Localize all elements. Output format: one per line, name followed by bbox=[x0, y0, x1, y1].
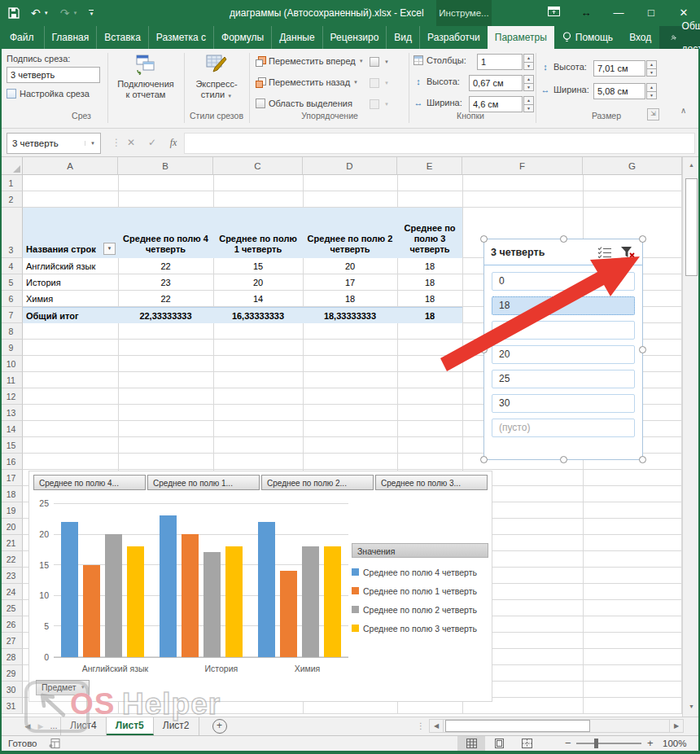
bar[interactable] bbox=[160, 515, 177, 657]
resize-handle[interactable] bbox=[480, 456, 488, 463]
row-header[interactable]: 26 bbox=[0, 616, 23, 633]
zoom-slider-thumb[interactable] bbox=[594, 739, 598, 748]
maximize-button[interactable]: □ bbox=[635, 0, 667, 26]
collapse-ribbon-icon[interactable]: ∧ bbox=[680, 106, 686, 115]
vertical-scrollbar[interactable]: ▲ ▼ bbox=[682, 157, 700, 717]
row-header[interactable]: 25 bbox=[0, 600, 23, 616]
slicer-item[interactable]: 20 bbox=[492, 345, 635, 364]
scrollbar-splitter[interactable]: ⋮ bbox=[417, 719, 425, 733]
resize-handle[interactable] bbox=[560, 456, 567, 463]
bring-forward-button[interactable]: Переместить вперед ▼ bbox=[256, 56, 364, 66]
zoom-slider-track[interactable] bbox=[576, 743, 641, 744]
vertical-scroll-thumb[interactable] bbox=[685, 178, 698, 276]
bar[interactable] bbox=[258, 522, 275, 657]
scroll-up-icon[interactable]: ▲ bbox=[685, 157, 698, 173]
bar[interactable] bbox=[302, 546, 319, 657]
slicer-item[interactable]: 25 bbox=[492, 370, 635, 388]
tab-page-layout[interactable]: Разметка с bbox=[148, 26, 213, 49]
insert-function-icon[interactable]: fx bbox=[164, 133, 182, 152]
sheet-tab-лист5[interactable]: Лист5 bbox=[107, 717, 154, 735]
pivot-header-cell[interactable]: Среднее по полю 4 четверть bbox=[118, 208, 213, 258]
tab-insert[interactable]: Вставка bbox=[96, 26, 148, 49]
column-header[interactable]: A bbox=[23, 157, 118, 175]
pivot-header-cell[interactable]: Среднее по полю 2 четверть bbox=[303, 208, 397, 258]
chart-field-button[interactable]: Среднее по полю 2... bbox=[261, 475, 374, 490]
column-header[interactable]: F bbox=[462, 157, 583, 175]
horizontal-scroll-track[interactable] bbox=[444, 719, 669, 733]
bar[interactable] bbox=[324, 546, 341, 657]
button-height-input[interactable] bbox=[469, 75, 523, 91]
button-width-input[interactable] bbox=[469, 96, 523, 112]
button-height-spinner[interactable]: ▲▼ bbox=[523, 75, 534, 91]
sheet-nav-left-icon[interactable]: ◀ bbox=[21, 717, 34, 735]
axis-field-button[interactable]: Предмет ▼ bbox=[36, 680, 90, 695]
scroll-right-icon[interactable]: ▶ bbox=[669, 719, 684, 733]
row-header[interactable]: 29 bbox=[0, 665, 23, 682]
legend-title[interactable]: Значения bbox=[352, 543, 488, 558]
slicer-item[interactable]: 19 bbox=[492, 321, 635, 340]
row-header[interactable]: 31 bbox=[0, 698, 23, 714]
slicer-item[interactable]: 30 bbox=[492, 394, 635, 413]
row-header[interactable]: 8 bbox=[0, 323, 23, 340]
row-header[interactable]: 13 bbox=[0, 405, 23, 421]
columns-input[interactable] bbox=[477, 54, 523, 70]
row-header[interactable]: 16 bbox=[0, 454, 23, 470]
resize-handle[interactable] bbox=[639, 346, 646, 353]
slicer-item[interactable]: 18 bbox=[492, 296, 635, 315]
save-icon[interactable] bbox=[8, 7, 20, 19]
undo-icon[interactable]: ↶ bbox=[31, 0, 41, 26]
zoom-level[interactable]: 100% bbox=[663, 736, 686, 751]
tab-data[interactable]: Данные bbox=[271, 26, 322, 49]
zoom-in-icon[interactable]: + bbox=[647, 736, 654, 750]
columns-spinner[interactable]: ▲▼ bbox=[523, 54, 534, 70]
tab-review[interactable]: Рецензиро bbox=[322, 26, 387, 49]
customize-qat-icon[interactable]: ▼ bbox=[89, 10, 94, 16]
legend-entry[interactable]: Среднее по полю 1 четверть bbox=[352, 585, 488, 597]
row-header[interactable]: 3 bbox=[0, 208, 23, 258]
size-height-input[interactable] bbox=[593, 60, 645, 77]
tab-help[interactable]: Помощь bbox=[554, 26, 621, 49]
ribbon-display-options-icon[interactable] bbox=[537, 0, 570, 26]
resize-handle[interactable] bbox=[639, 456, 646, 463]
row-header[interactable]: 22 bbox=[0, 551, 23, 568]
chart-field-button[interactable]: Среднее по полю 1... bbox=[147, 475, 260, 490]
minimize-button[interactable]: — bbox=[602, 0, 635, 26]
send-backward-button[interactable]: Переместить назад ▼ bbox=[256, 77, 358, 87]
slicer-item[interactable]: 0 bbox=[492, 272, 635, 291]
align-button[interactable]: ▼ bbox=[368, 56, 389, 68]
add-sheet-button[interactable]: + bbox=[212, 719, 227, 734]
report-connections-button[interactable]: Подключения к отчетам bbox=[111, 54, 181, 100]
normal-view-icon[interactable] bbox=[457, 736, 485, 751]
pivot-header-cell[interactable]: Среднее по полю 1 четверть bbox=[213, 208, 303, 258]
filter-dropdown-icon[interactable]: ▼ bbox=[103, 243, 116, 255]
row-header[interactable]: 12 bbox=[0, 388, 23, 405]
row-header[interactable]: 28 bbox=[0, 649, 23, 665]
column-header[interactable]: B bbox=[118, 157, 213, 175]
bar[interactable] bbox=[127, 546, 144, 657]
size-height-spinner[interactable]: ▲▼ bbox=[646, 60, 657, 77]
contextual-tab-header[interactable]: Инструме... bbox=[436, 0, 492, 26]
sheet-tab-лист2[interactable]: Лист2 bbox=[154, 717, 199, 735]
selection-pane-button[interactable]: Область выделения bbox=[256, 99, 352, 108]
size-width-spinner[interactable]: ▲▼ bbox=[646, 83, 657, 99]
resize-handle[interactable] bbox=[480, 235, 488, 243]
row-header[interactable]: 10 bbox=[0, 356, 23, 372]
row-header[interactable]: 1 bbox=[0, 175, 23, 191]
zoom-out-icon[interactable]: − bbox=[565, 736, 571, 750]
formula-input[interactable] bbox=[184, 133, 695, 154]
chart-field-button[interactable]: Среднее по полю 4... bbox=[33, 475, 146, 490]
bar[interactable] bbox=[182, 534, 199, 657]
button-width-spinner[interactable]: ▲▼ bbox=[523, 96, 534, 112]
name-box[interactable]: 3 четверть ▼ bbox=[7, 133, 101, 154]
multi-select-icon[interactable] bbox=[597, 246, 612, 258]
undo-dropdown-icon[interactable]: ▼ bbox=[44, 11, 49, 15]
row-header[interactable]: 17 bbox=[0, 470, 23, 486]
quick-styles-button[interactable]: Экспресс-стили ▼ bbox=[187, 54, 246, 102]
row-header[interactable]: 9 bbox=[0, 340, 23, 356]
legend-entry[interactable]: Среднее по полю 4 четверть bbox=[352, 566, 488, 578]
page-break-view-icon[interactable] bbox=[513, 736, 540, 751]
row-header[interactable]: 6 bbox=[0, 291, 23, 307]
resize-handle[interactable] bbox=[560, 235, 567, 243]
row-header[interactable]: 19 bbox=[0, 502, 23, 519]
scroll-left-icon[interactable]: ◀ bbox=[429, 719, 444, 733]
